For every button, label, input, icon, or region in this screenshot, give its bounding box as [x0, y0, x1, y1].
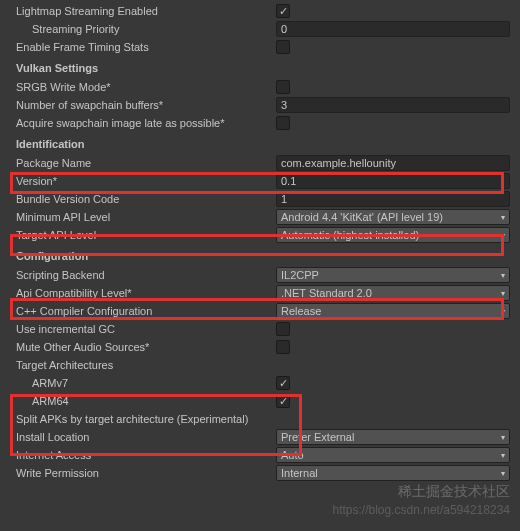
- min-api-value: Android 4.4 'KitKat' (API level 19): [281, 211, 443, 223]
- streaming-priority-input[interactable]: [276, 21, 510, 37]
- chevron-down-icon: ▾: [501, 307, 505, 316]
- srgb-checkbox[interactable]: [276, 80, 290, 94]
- armv7-label: ARMv7: [32, 377, 276, 389]
- install-loc-value: Prefer External: [281, 431, 354, 443]
- backend-label: Scripting Backend: [16, 269, 276, 281]
- install-loc-label: Install Location: [16, 431, 276, 443]
- package-name-input[interactable]: [276, 155, 510, 171]
- streaming-priority-label: Streaming Priority: [32, 23, 276, 35]
- chevron-down-icon: ▾: [501, 469, 505, 478]
- acquire-late-checkbox[interactable]: [276, 116, 290, 130]
- chevron-down-icon: ▾: [501, 433, 505, 442]
- incremental-gc-checkbox[interactable]: [276, 322, 290, 336]
- watermark-url: https://blog.csdn.net/a594218234: [333, 503, 510, 517]
- internet-value: Auto: [281, 449, 304, 461]
- split-apks-label: Split APKs by target architecture (Exper…: [16, 413, 248, 425]
- vulkan-settings-header: Vulkan Settings: [0, 58, 520, 78]
- chevron-down-icon: ▾: [501, 451, 505, 460]
- backend-value: IL2CPP: [281, 269, 319, 281]
- internet-dropdown[interactable]: Auto ▾: [276, 447, 510, 463]
- cpp-compiler-label: C++ Compiler Configuration: [16, 305, 276, 317]
- version-input[interactable]: [276, 173, 510, 189]
- bundle-code-input[interactable]: [276, 191, 510, 207]
- target-api-value: Automatic (highest installed): [281, 229, 419, 241]
- configuration-header: Configuration: [0, 246, 520, 266]
- package-name-label: Package Name: [16, 157, 276, 169]
- arm64-label: ARM64: [32, 395, 276, 407]
- srgb-label: SRGB Write Mode*: [16, 81, 276, 93]
- cpp-compiler-dropdown[interactable]: Release ▾: [276, 303, 510, 319]
- chevron-down-icon: ▾: [501, 289, 505, 298]
- write-perm-label: Write Permission: [16, 467, 276, 479]
- backend-dropdown[interactable]: IL2CPP ▾: [276, 267, 510, 283]
- chevron-down-icon: ▾: [501, 231, 505, 240]
- install-loc-dropdown[interactable]: Prefer External ▾: [276, 429, 510, 445]
- swapchain-label: Number of swapchain buffers*: [16, 99, 276, 111]
- target-arch-label: Target Architectures: [16, 359, 276, 371]
- identification-header: Identification: [0, 134, 520, 154]
- watermark-text: 稀土掘金技术社区: [398, 483, 510, 501]
- arm64-checkbox[interactable]: [276, 394, 290, 408]
- internet-label: Internet Access: [16, 449, 276, 461]
- api-compat-dropdown[interactable]: .NET Standard 2.0 ▾: [276, 285, 510, 301]
- min-api-dropdown[interactable]: Android 4.4 'KitKat' (API level 19) ▾: [276, 209, 510, 225]
- write-perm-dropdown[interactable]: Internal ▾: [276, 465, 510, 481]
- mute-audio-label: Mute Other Audio Sources*: [16, 341, 276, 353]
- version-label: Version*: [16, 175, 276, 187]
- mute-audio-checkbox[interactable]: [276, 340, 290, 354]
- target-api-label: Target API Level: [16, 229, 276, 241]
- target-api-dropdown[interactable]: Automatic (highest installed) ▾: [276, 227, 510, 243]
- api-compat-label: Api Compatibility Level*: [16, 287, 276, 299]
- lightmap-streaming-checkbox[interactable]: [276, 4, 290, 18]
- incremental-gc-label: Use incremental GC: [16, 323, 276, 335]
- chevron-down-icon: ▾: [501, 271, 505, 280]
- frame-timing-label: Enable Frame Timing Stats: [16, 41, 276, 53]
- bundle-code-label: Bundle Version Code: [16, 193, 276, 205]
- cpp-compiler-value: Release: [281, 305, 321, 317]
- swapchain-input[interactable]: [276, 97, 510, 113]
- lightmap-streaming-label: Lightmap Streaming Enabled: [16, 5, 276, 17]
- api-compat-value: .NET Standard 2.0: [281, 287, 372, 299]
- armv7-checkbox[interactable]: [276, 376, 290, 390]
- min-api-label: Minimum API Level: [16, 211, 276, 223]
- write-perm-value: Internal: [281, 467, 318, 479]
- acquire-late-label: Acquire swapchain image late as possible…: [16, 117, 276, 129]
- chevron-down-icon: ▾: [501, 213, 505, 222]
- frame-timing-checkbox[interactable]: [276, 40, 290, 54]
